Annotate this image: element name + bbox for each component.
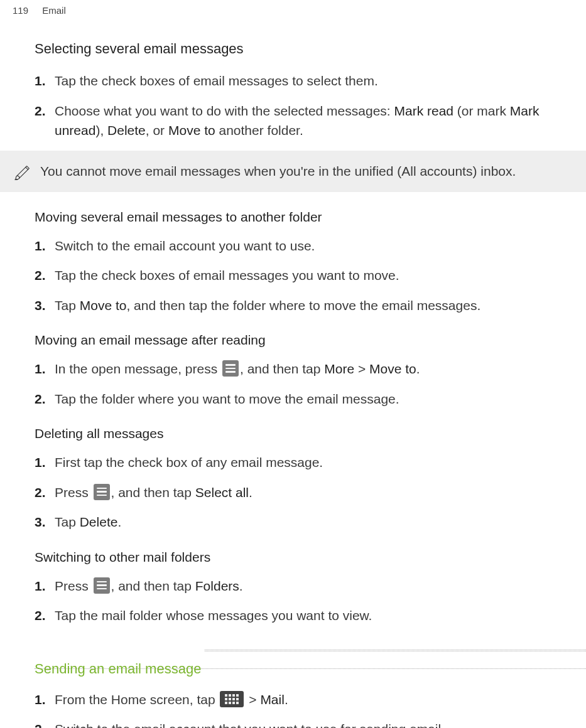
step-number: 2.	[35, 719, 46, 728]
step-text: First tap the check box of any email mes…	[55, 455, 323, 469]
step-number: 1.	[35, 359, 46, 379]
step-text: Tap the folder where you want to move th…	[55, 392, 399, 406]
step-number: 3.	[35, 512, 46, 532]
step-text: In the open message, press , and then ta…	[55, 361, 420, 376]
heading-moving-several: Moving several email messages to another…	[35, 210, 573, 225]
page-header: 119 Email	[0, 0, 586, 16]
step-number: 1.	[35, 236, 46, 256]
step-number: 1.	[35, 71, 46, 91]
step-text: From the Home screen, tap > Mail.	[55, 692, 288, 707]
step-number: 1.	[35, 576, 46, 596]
list-item: 1. First tap the check box of any email …	[55, 452, 573, 473]
list-item: 1. Tap the check boxes of email messages…	[55, 71, 573, 91]
step-number: 1.	[35, 690, 46, 710]
list-item: 2. Tap the check boxes of email messages…	[55, 265, 573, 286]
heading-selecting: Selecting several email messages	[35, 41, 573, 57]
step-number: 2.	[35, 483, 46, 503]
list-item: 1. In the open message, press , and then…	[55, 359, 573, 379]
list-item: 3. Tap Move to, and then tap the folder …	[55, 296, 573, 316]
menu-icon	[94, 484, 110, 500]
step-number: 2.	[35, 265, 46, 286]
note-text: You cannot move email messages when you'…	[40, 164, 516, 179]
list-item: 2. Tap the mail folder whose messages yo…	[55, 606, 573, 626]
step-text: Press , and then tap Folders.	[55, 579, 243, 593]
list-item: 2. Choose what you want to do with the s…	[55, 101, 573, 141]
header-section: Email	[42, 5, 66, 16]
heading-switching-folders: Switching to other mail folders	[35, 550, 573, 565]
list-item: 1. From the Home screen, tap > Mail.	[55, 690, 573, 710]
step-text: Tap Move to, and then tap the folder whe…	[55, 298, 480, 313]
list-item: 2. Press , and then tap Select all.	[55, 483, 573, 503]
apps-grid-icon	[220, 691, 244, 707]
list-item: 1. Switch to the email account you want …	[55, 236, 573, 256]
step-number: 3.	[35, 296, 46, 316]
list-item: 1. Press , and then tap Folders.	[55, 576, 573, 596]
page-number: 119	[13, 5, 28, 16]
pencil-icon	[14, 162, 33, 181]
step-number: 2.	[35, 389, 46, 409]
list-item: 3. Tap Delete.	[55, 512, 573, 532]
heading-moving-after-reading: Moving an email message after reading	[35, 333, 573, 348]
step-number: 2.	[35, 606, 46, 626]
step-text: Choose what you want to do with the sele…	[55, 104, 540, 138]
list-item: 2. Tap the folder where you want to move…	[55, 389, 573, 409]
step-number: 1.	[35, 452, 46, 473]
menu-icon	[94, 577, 110, 594]
step-text: Press , and then tap Select all.	[55, 485, 252, 500]
step-text: Tap the check boxes of email messages to…	[55, 73, 378, 88]
menu-icon	[222, 360, 239, 377]
step-text: Tap Delete.	[55, 515, 121, 529]
heading-deleting-all: Deleting all messages	[35, 426, 573, 441]
note-callout: You cannot move email messages when you'…	[0, 151, 586, 192]
step-text: Tap the mail folder whose messages you w…	[55, 608, 372, 623]
list-item: 2. Switch to the email account that you …	[55, 719, 573, 728]
step-text: Switch to the email account you want to …	[55, 238, 315, 253]
heading-sending-email: Sending an email message	[35, 661, 201, 678]
step-text: Switch to the email account that you wan…	[55, 722, 445, 728]
step-text: Tap the check boxes of email messages yo…	[55, 268, 399, 282]
step-number: 2.	[35, 101, 46, 121]
